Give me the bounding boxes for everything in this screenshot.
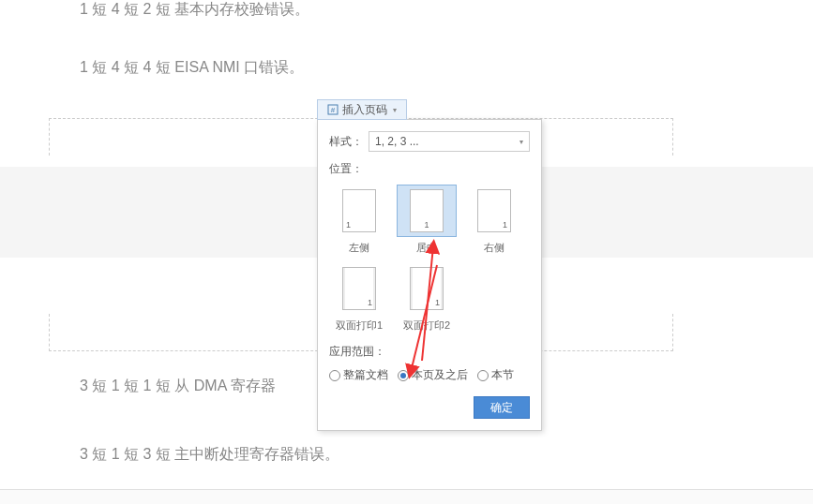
doc-text-line: 3 短 1 短 1 短 从 DMA 寄存器	[80, 377, 276, 396]
position-option-left[interactable]: 1 左侧	[329, 185, 389, 255]
radio-icon	[477, 370, 489, 381]
position-label-duplex2: 双面打印2	[397, 319, 457, 333]
style-label: 样式：	[329, 134, 363, 150]
scope-radio-whole[interactable]: 整篇文档	[329, 367, 388, 383]
ok-button[interactable]: 确定	[474, 396, 530, 419]
radio-icon	[398, 370, 409, 381]
chevron-down-icon: ▾	[519, 138, 523, 146]
insert-page-number-button[interactable]: # 插入页码 ▾	[317, 99, 407, 120]
doc-text-line: 1 短 4 短 2 短 基本内存校验错误。	[80, 0, 309, 20]
position-option-center[interactable]: 1 居中	[397, 185, 457, 255]
status-bar	[0, 489, 813, 504]
position-option-duplex1[interactable]: 1 双面打印1	[329, 262, 389, 333]
scope-radio-section-label: 本节	[491, 367, 514, 383]
ok-button-label: 确定	[490, 400, 513, 416]
preview-page-num: 1	[424, 220, 429, 230]
radio-icon	[329, 370, 340, 381]
preview-page-num: 1	[435, 298, 440, 307]
position-option-right[interactable]: 1 右侧	[464, 185, 524, 255]
scope-radio-from-here[interactable]: 本页及之后	[398, 367, 468, 383]
style-select[interactable]: 1, 2, 3 ... ▾	[369, 131, 530, 152]
page-number-icon: #	[327, 104, 339, 115]
position-label: 位置：	[329, 161, 530, 177]
position-label-center: 居中	[397, 241, 457, 255]
preview-page-num: 1	[503, 220, 507, 230]
position-label-left: 左侧	[329, 241, 389, 255]
doc-text-line: 1 短 4 短 4 短 EISA NMI 口错误。	[80, 58, 304, 78]
page-number-popup: 样式： 1, 2, 3 ... ▾ 位置： 1 左侧 1 居中 1	[317, 119, 542, 431]
doc-text-line: 3 短 1 短 3 短 主中断处理寄存器错误。	[80, 445, 339, 465]
scope-radio-whole-label: 整篇文档	[343, 367, 388, 383]
scope-radio-section[interactable]: 本节	[477, 367, 514, 383]
position-label-right: 右侧	[464, 241, 524, 255]
scope-radio-from-here-label: 本页及之后	[412, 367, 468, 383]
scope-label: 应用范围：	[329, 344, 530, 360]
chevron-down-icon: ▾	[393, 106, 397, 114]
preview-page-num: 1	[346, 220, 351, 230]
position-option-duplex2[interactable]: 1 双面打印2	[397, 262, 457, 333]
style-select-value: 1, 2, 3 ...	[375, 135, 419, 148]
preview-page-num: 1	[368, 298, 372, 307]
svg-text:#: #	[331, 106, 336, 114]
position-label-duplex1: 双面打印1	[329, 319, 389, 333]
insert-page-number-label: 插入页码	[342, 102, 387, 118]
